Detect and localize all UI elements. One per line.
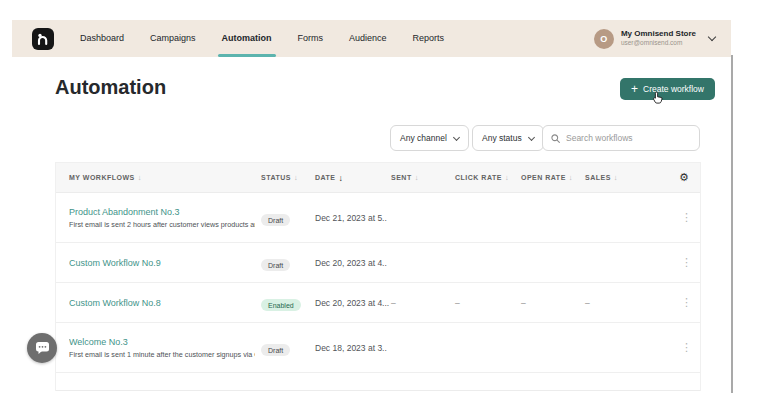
status-badge: Draft [261, 344, 290, 356]
main-nav: Dashboard Campaigns Automation Forms Aud… [80, 20, 444, 57]
column-header-sales[interactable]: SALES ↓ [585, 173, 677, 182]
workflow-search[interactable] [542, 125, 700, 151]
table-row[interactable]: Custom Workflow No.9 Draft Dec 20, 2023 … [56, 243, 700, 283]
hand-cursor-icon [652, 91, 664, 104]
workflow-link[interactable]: Product Abandonment No.3 [69, 207, 255, 217]
status-badge: Draft [261, 214, 290, 226]
table-settings-gear-icon[interactable]: ⚙ [679, 172, 689, 183]
sent-value: – [391, 298, 455, 308]
table-row-partial [56, 373, 700, 391]
nav-item-forms[interactable]: Forms [298, 20, 324, 57]
plus-icon: + [631, 83, 638, 95]
column-header-click-rate[interactable]: CLICK RATE ↓ [455, 173, 521, 182]
row-menu-kebab-icon[interactable]: ⋮ [681, 342, 692, 353]
search-input[interactable] [566, 133, 691, 143]
omnisend-logo-icon[interactable] [32, 28, 54, 50]
table-row[interactable]: Custom Workflow No.8 Enabled Dec 20, 202… [56, 283, 700, 323]
sort-down-icon: ↓ [339, 173, 344, 183]
chevron-down-icon [453, 133, 460, 140]
workflow-date: Dec 20, 2023 at 4... [315, 298, 391, 308]
status-badge: Enabled [261, 299, 301, 311]
table-header-row: MY WORKFLOWS ↓ STATUS ↓ DATE ↓ SENT ↓ CL… [56, 163, 700, 193]
row-menu-kebab-icon[interactable]: ⋮ [681, 297, 692, 308]
workflow-link[interactable]: Welcome No.3 [69, 337, 255, 347]
sort-down-icon: ↓ [614, 173, 618, 182]
workflow-link[interactable]: Custom Workflow No.8 [69, 298, 255, 308]
table-row[interactable]: Product Abandonment No.3 First email is … [56, 193, 700, 243]
nav-item-campaigns[interactable]: Campaigns [150, 20, 196, 57]
column-header-open-rate[interactable]: OPEN RATE ↓ [521, 173, 585, 182]
chevron-down-icon [708, 33, 716, 41]
top-navigation-bar: Dashboard Campaigns Automation Forms Aud… [12, 20, 731, 57]
account-info: My Omnisend Store user@omnisend.com [621, 29, 696, 47]
nav-item-audience[interactable]: Audience [349, 20, 387, 57]
workflow-description: First email is sent 2 hours after custom… [69, 220, 255, 229]
store-name: My Omnisend Store [621, 29, 696, 39]
sort-down-icon: ↓ [505, 173, 509, 182]
sales-value: – [585, 298, 677, 308]
status-filter-dropdown[interactable]: Any status [472, 125, 544, 151]
nav-item-reports[interactable]: Reports [413, 20, 445, 57]
sort-down-icon: ↓ [415, 173, 419, 182]
click-rate-value: – [455, 298, 521, 308]
sort-down-icon: ↓ [294, 173, 298, 182]
chevron-down-icon [528, 133, 535, 140]
workflow-date: Dec 20, 2023 at 4.. [315, 258, 391, 268]
column-header-sent[interactable]: SENT ↓ [391, 173, 455, 182]
column-header-my-workflows[interactable]: MY WORKFLOWS ↓ [69, 173, 261, 182]
chat-launcher-button[interactable] [27, 333, 57, 363]
search-icon [551, 134, 560, 143]
workflow-link[interactable]: Custom Workflow No.9 [69, 258, 255, 268]
nav-item-dashboard[interactable]: Dashboard [80, 20, 124, 57]
status-badge: Draft [261, 259, 290, 271]
nav-item-automation[interactable]: Automation [222, 20, 272, 57]
create-workflow-button[interactable]: + Create workflow [620, 78, 715, 100]
sort-down-icon: ↓ [138, 173, 142, 182]
channel-filter-value: Any channel [400, 133, 447, 143]
account-email: user@omnisend.com [621, 39, 696, 47]
workflow-date: Dec 18, 2023 at 3.. [315, 343, 391, 353]
workflow-description: First email is sent 1 minute after the c… [69, 350, 255, 359]
open-rate-value: – [521, 298, 585, 308]
workflows-table: MY WORKFLOWS ↓ STATUS ↓ DATE ↓ SENT ↓ CL… [55, 162, 701, 391]
scrollbar[interactable] [731, 55, 733, 393]
sort-down-icon: ↓ [569, 173, 573, 182]
filters-row: Any channel Any status [0, 125, 768, 151]
page-title: Automation [55, 76, 166, 99]
account-menu[interactable]: O My Omnisend Store user@omnisend.com [594, 29, 715, 49]
workflow-date: Dec 21, 2023 at 5.. [315, 213, 391, 223]
column-header-status[interactable]: STATUS ↓ [261, 173, 315, 182]
automation-page: Dashboard Campaigns Automation Forms Aud… [0, 0, 768, 406]
store-avatar: O [594, 29, 614, 49]
channel-filter-dropdown[interactable]: Any channel [390, 125, 469, 151]
chat-bubble-icon [35, 341, 50, 355]
table-row[interactable]: Welcome No.3 First email is sent 1 minut… [56, 323, 700, 373]
status-filter-value: Any status [482, 133, 522, 143]
row-menu-kebab-icon[interactable]: ⋮ [681, 257, 692, 268]
column-header-date[interactable]: DATE ↓ [315, 173, 391, 183]
omnisend-logo-glyph [36, 32, 50, 46]
row-menu-kebab-icon[interactable]: ⋮ [681, 212, 692, 223]
